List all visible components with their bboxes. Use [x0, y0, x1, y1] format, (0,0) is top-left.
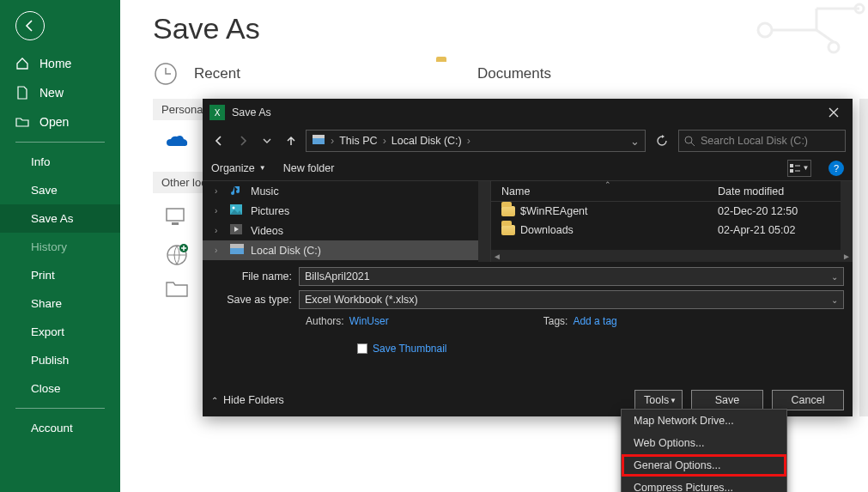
- expand-icon[interactable]: ›: [215, 246, 223, 255]
- close-icon: [829, 107, 839, 118]
- backstage-sidebar: Home New Open Info Save Save As History …: [0, 0, 120, 492]
- recent-label: Recent: [194, 65, 240, 82]
- expand-icon[interactable]: ›: [215, 186, 223, 196]
- decorative-circuit-icon: [722, 0, 868, 60]
- col-date[interactable]: Date modified: [718, 185, 821, 197]
- add-place-icon: [165, 243, 191, 269]
- arrow-left-icon: [23, 19, 37, 33]
- sort-asc-icon: ⌃: [604, 180, 611, 189]
- nav-forward-button[interactable]: [234, 131, 252, 150]
- svg-rect-8: [313, 137, 325, 144]
- crumb-sep: ›: [331, 135, 334, 147]
- svg-point-14: [233, 206, 235, 209]
- videos-icon: [230, 224, 244, 238]
- tree-localdisk[interactable]: ›Local Disk (C:): [203, 240, 490, 260]
- sidebar-publish[interactable]: Publish: [0, 346, 120, 374]
- scroll-left-icon[interactable]: ◄: [491, 252, 503, 261]
- address-bar[interactable]: › This PC › Local Disk (C:) › ⌄: [306, 130, 646, 152]
- sidebar-close[interactable]: Close: [0, 374, 120, 403]
- caret-down-icon: ▼: [670, 397, 677, 404]
- nav-recent-button[interactable]: [258, 131, 276, 150]
- authors-label: Authors:: [306, 315, 344, 327]
- sidebar-label: Home: [39, 57, 71, 70]
- menu-map-drive[interactable]: Map Network Drive...: [622, 410, 786, 432]
- menu-web-options[interactable]: Web Options...: [622, 432, 786, 454]
- expand-icon[interactable]: ›: [215, 206, 223, 216]
- svg-rect-4: [167, 209, 184, 221]
- svg-point-10: [685, 137, 692, 143]
- tags-value[interactable]: Add a tag: [573, 315, 616, 327]
- filename-input[interactable]: BillsApril2021⌄: [299, 267, 844, 286]
- sidebar-home[interactable]: Home: [0, 49, 120, 78]
- view-button[interactable]: ▼: [787, 160, 811, 177]
- back-button[interactable]: [15, 11, 45, 40]
- save-button[interactable]: Save: [691, 390, 763, 410]
- scroll-right-icon[interactable]: ►: [841, 252, 853, 261]
- filetype-select[interactable]: Excel Workbook (*.xlsx)⌄: [299, 290, 844, 309]
- caret-down-icon: ▼: [259, 164, 266, 172]
- authors-value[interactable]: WinUser: [349, 315, 389, 327]
- thumbnail-label: Save Thumbnail: [373, 343, 447, 355]
- search-input[interactable]: Search Local Disk (C:): [678, 130, 846, 152]
- sidebar-history[interactable]: History: [0, 233, 120, 261]
- crumb-drive[interactable]: Local Disk (C:): [392, 135, 462, 147]
- crumb-thispc[interactable]: This PC: [339, 135, 377, 147]
- chevron-up-icon: ⌃: [211, 396, 218, 405]
- refresh-button[interactable]: [651, 130, 673, 152]
- sidebar-save[interactable]: Save: [0, 176, 120, 204]
- tools-button[interactable]: Tools▼: [634, 390, 683, 410]
- pc-icon: [165, 207, 191, 233]
- tree-pictures[interactable]: ›Pictures: [203, 201, 490, 221]
- music-icon: [230, 185, 244, 198]
- nav-back-button[interactable]: [209, 131, 228, 150]
- menu-compress-pictures[interactable]: Compress Pictures...: [622, 477, 786, 492]
- crumb-sep: ›: [467, 135, 470, 147]
- list-item[interactable]: Downloads 02-Apr-21 05:02: [491, 221, 853, 240]
- file-icon: [15, 86, 31, 100]
- dialog-title: Save As: [232, 106, 815, 118]
- list-hscrollbar[interactable]: ◄►: [491, 250, 853, 262]
- tags-label: Tags:: [543, 315, 568, 327]
- expand-icon[interactable]: ›: [215, 226, 223, 235]
- sidebar-export[interactable]: Export: [0, 318, 120, 346]
- documents-header[interactable]: Documents: [436, 61, 719, 87]
- tree-scrollbar[interactable]: [478, 181, 490, 262]
- sidebar-share[interactable]: Share: [0, 289, 120, 318]
- arrow-up-icon: [285, 135, 297, 147]
- tree-music[interactable]: ›Music: [203, 181, 490, 201]
- cancel-button[interactable]: Cancel: [772, 390, 844, 410]
- nav-up-button[interactable]: [282, 131, 300, 150]
- clock-icon: [153, 61, 179, 87]
- sidebar-label: Open: [39, 115, 69, 129]
- svg-rect-17: [230, 244, 244, 248]
- list-vscrollbar[interactable]: [841, 181, 853, 250]
- sidebar-new[interactable]: New: [0, 78, 120, 107]
- svg-rect-12: [790, 169, 793, 173]
- sidebar-account[interactable]: Account: [0, 414, 120, 442]
- documents-label: Documents: [477, 65, 551, 82]
- chevron-down-icon[interactable]: ⌄: [630, 135, 640, 148]
- help-button[interactable]: ?: [829, 161, 844, 176]
- refresh-icon: [656, 135, 668, 147]
- nav-tree: ›Music ›Pictures ›Videos ›Local Disk (C:…: [203, 181, 491, 262]
- newfolder-button[interactable]: New folder: [283, 162, 335, 174]
- svg-point-0: [758, 23, 772, 37]
- chevron-down-icon[interactable]: ⌄: [831, 295, 838, 305]
- sidebar-info[interactable]: Info: [0, 148, 120, 176]
- sidebar-open[interactable]: Open: [0, 107, 120, 137]
- sidebar-print[interactable]: Print: [0, 261, 120, 289]
- tree-videos[interactable]: ›Videos: [203, 221, 490, 240]
- col-name[interactable]: Name⌃: [501, 185, 718, 197]
- sidebar-saveas[interactable]: Save As: [0, 204, 120, 233]
- chevron-down-icon[interactable]: ⌄: [831, 272, 838, 282]
- list-item[interactable]: $WinREAgent 02-Dec-20 12:50: [491, 202, 853, 221]
- hide-folders-button[interactable]: ⌃Hide Folders: [211, 394, 284, 406]
- page-scrollbar[interactable]: [859, 99, 868, 416]
- recent-header[interactable]: Recent: [153, 61, 436, 87]
- svg-rect-11: [790, 164, 793, 167]
- menu-general-options[interactable]: General Options...: [622, 454, 786, 477]
- organize-button[interactable]: Organize▼: [211, 162, 266, 174]
- thumbnail-checkbox[interactable]: [357, 343, 367, 354]
- close-button[interactable]: [815, 99, 853, 126]
- filetype-label: Save as type:: [211, 294, 299, 306]
